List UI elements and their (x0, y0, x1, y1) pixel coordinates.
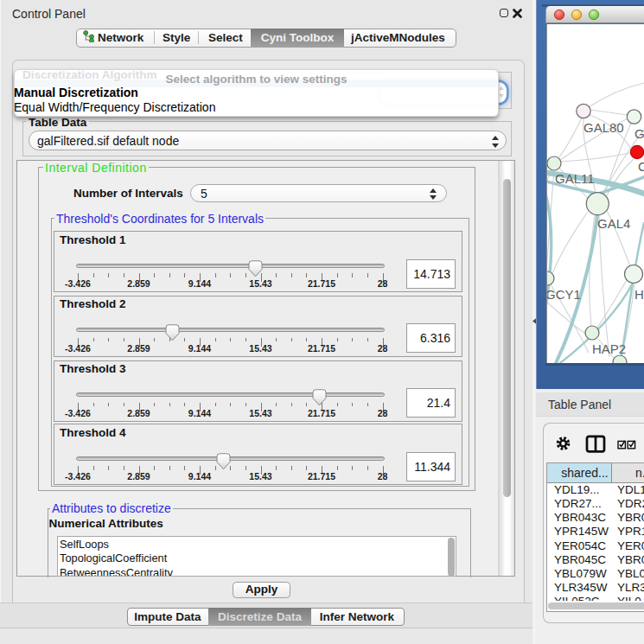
svg-text:HAP2: HAP2 (592, 341, 626, 356)
svg-text:GCY1: GCY1 (547, 287, 581, 302)
svg-text:GAL80: GAL80 (583, 120, 624, 135)
svg-text:C: C (638, 159, 644, 174)
svg-text:H: H (634, 287, 644, 302)
svg-text:GAL4: GAL4 (597, 216, 630, 231)
svg-text:GAL11: GAL11 (555, 171, 595, 186)
svg-text:G.: G. (634, 126, 644, 141)
